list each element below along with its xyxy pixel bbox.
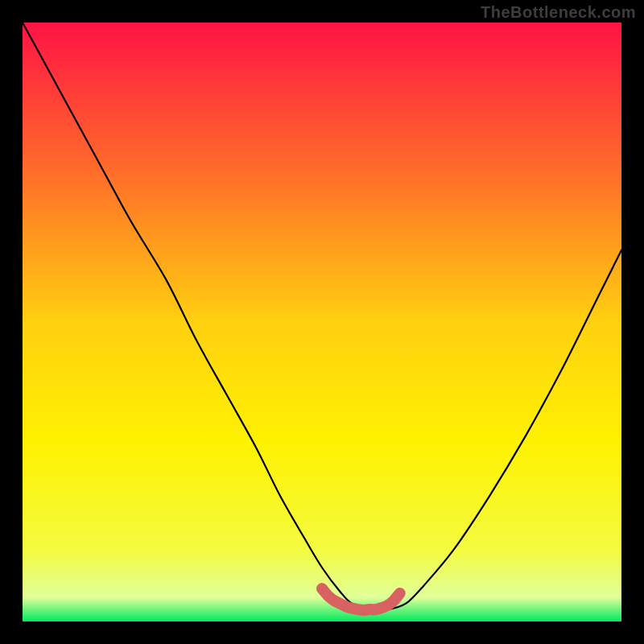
bottleneck-chart: TheBottleneck.com — [0, 0, 644, 644]
chart-plot-area — [0, 0, 644, 644]
gradient-background — [23, 23, 621, 621]
watermark-text: TheBottleneck.com — [481, 3, 636, 22]
